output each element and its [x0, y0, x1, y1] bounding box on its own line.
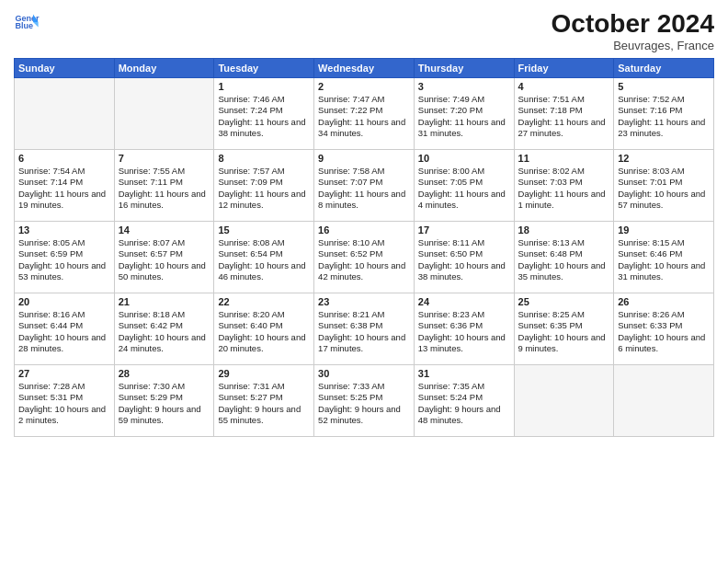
calendar-cell: 18Sunrise: 8:13 AMSunset: 6:48 PMDayligh… — [514, 222, 614, 293]
day-number: 24 — [418, 296, 510, 307]
sunrise: Sunrise: 7:31 AM — [218, 381, 310, 392]
calendar-cell — [114, 78, 214, 150]
daylight: Daylight: 11 hours and 38 minutes. — [218, 117, 310, 140]
daylight: Daylight: 11 hours and 27 minutes. — [518, 117, 610, 140]
daylight: Daylight: 9 hours and 48 minutes. — [418, 404, 510, 427]
daylight: Daylight: 10 hours and 31 minutes. — [618, 260, 710, 283]
sunset: Sunset: 6:33 PM — [618, 320, 710, 331]
calendar-cell: 6Sunrise: 7:54 AMSunset: 7:14 PMDaylight… — [15, 150, 115, 222]
sunrise: Sunrise: 7:49 AM — [418, 94, 510, 105]
sunset: Sunset: 6:36 PM — [418, 320, 510, 331]
daylight: Daylight: 10 hours and 46 minutes. — [218, 260, 310, 283]
sunset: Sunset: 6:35 PM — [518, 320, 610, 331]
day-number: 25 — [518, 296, 610, 307]
sunset: Sunset: 7:20 PM — [418, 105, 510, 116]
sunrise: Sunrise: 8:15 AM — [618, 237, 710, 248]
sunrise: Sunrise: 8:02 AM — [518, 166, 610, 177]
sunrise: Sunrise: 8:03 AM — [618, 166, 710, 177]
sunrise: Sunrise: 7:28 AM — [18, 381, 110, 392]
daylight: Daylight: 9 hours and 59 minutes. — [119, 404, 210, 427]
day-number: 12 — [618, 153, 710, 164]
day-header-friday: Friday — [514, 59, 614, 78]
sunset: Sunset: 6:42 PM — [119, 320, 210, 331]
sunrise: Sunrise: 7:54 AM — [18, 166, 110, 177]
sunrise: Sunrise: 7:35 AM — [418, 381, 510, 392]
day-number: 4 — [518, 81, 610, 92]
calendar-cell: 14Sunrise: 8:07 AMSunset: 6:57 PMDayligh… — [114, 222, 214, 293]
daylight: Daylight: 10 hours and 13 minutes. — [418, 332, 510, 355]
day-number: 6 — [18, 153, 110, 164]
sunrise: Sunrise: 8:13 AM — [518, 237, 610, 248]
calendar-cell: 10Sunrise: 8:00 AMSunset: 7:05 PMDayligh… — [414, 150, 514, 222]
daylight: Daylight: 11 hours and 8 minutes. — [318, 189, 410, 212]
daylight: Daylight: 10 hours and 20 minutes. — [218, 332, 310, 355]
day-number: 26 — [618, 296, 710, 307]
sunset: Sunset: 7:01 PM — [618, 177, 710, 188]
sunrise: Sunrise: 8:26 AM — [618, 309, 710, 320]
sunrise: Sunrise: 8:21 AM — [318, 309, 410, 320]
day-number: 17 — [418, 224, 510, 236]
sunset: Sunset: 6:52 PM — [318, 248, 410, 259]
calendar-cell: 15Sunrise: 8:08 AMSunset: 6:54 PMDayligh… — [214, 222, 314, 293]
calendar-cell: 4Sunrise: 7:51 AMSunset: 7:18 PMDaylight… — [514, 78, 614, 150]
day-number: 20 — [18, 296, 110, 307]
calendar-cell: 17Sunrise: 8:11 AMSunset: 6:50 PMDayligh… — [414, 222, 514, 293]
daylight: Daylight: 11 hours and 16 minutes. — [119, 189, 210, 212]
day-number: 21 — [119, 296, 210, 307]
sunrise: Sunrise: 8:05 AM — [18, 237, 110, 248]
calendar-cell: 22Sunrise: 8:20 AMSunset: 6:40 PMDayligh… — [214, 293, 314, 365]
daylight: Daylight: 10 hours and 42 minutes. — [318, 260, 410, 283]
calendar-cell: 7Sunrise: 7:55 AMSunset: 7:11 PMDaylight… — [114, 150, 214, 222]
logo: General Blue — [14, 9, 40, 35]
daylight: Daylight: 11 hours and 4 minutes. — [418, 189, 510, 212]
sunset: Sunset: 5:29 PM — [119, 392, 210, 403]
sunrise: Sunrise: 8:10 AM — [318, 237, 410, 248]
sunrise: Sunrise: 8:18 AM — [119, 309, 210, 320]
calendar-cell: 1Sunrise: 7:46 AMSunset: 7:24 PMDaylight… — [214, 78, 314, 150]
sunrise: Sunrise: 8:07 AM — [119, 237, 210, 248]
sunset: Sunset: 6:54 PM — [218, 248, 310, 259]
day-header-monday: Monday — [114, 59, 214, 78]
sunset: Sunset: 6:50 PM — [418, 248, 510, 259]
daylight: Daylight: 10 hours and 38 minutes. — [418, 260, 510, 283]
sunrise: Sunrise: 8:11 AM — [418, 237, 510, 248]
calendar-cell: 12Sunrise: 8:03 AMSunset: 7:01 PMDayligh… — [614, 150, 714, 222]
daylight: Daylight: 11 hours and 1 minute. — [518, 189, 610, 212]
calendar-cell: 19Sunrise: 8:15 AMSunset: 6:46 PMDayligh… — [614, 222, 714, 293]
sunset: Sunset: 6:44 PM — [18, 320, 110, 331]
sunset: Sunset: 6:48 PM — [518, 248, 610, 259]
calendar-cell: 28Sunrise: 7:30 AMSunset: 5:29 PMDayligh… — [114, 365, 214, 437]
sunrise: Sunrise: 7:46 AM — [218, 94, 310, 105]
day-number: 13 — [18, 224, 110, 236]
sunrise: Sunrise: 7:57 AM — [218, 166, 310, 177]
day-header-tuesday: Tuesday — [214, 59, 314, 78]
daylight: Daylight: 11 hours and 19 minutes. — [18, 189, 110, 212]
calendar-cell: 29Sunrise: 7:31 AMSunset: 5:27 PMDayligh… — [214, 365, 314, 437]
day-number: 23 — [318, 296, 410, 307]
day-number: 14 — [119, 224, 210, 236]
daylight: Daylight: 11 hours and 12 minutes. — [218, 189, 310, 212]
sunset: Sunset: 7:24 PM — [218, 105, 310, 116]
sunset: Sunset: 6:59 PM — [18, 248, 110, 259]
day-header-sunday: Sunday — [15, 59, 115, 78]
day-number: 7 — [119, 153, 210, 164]
location: Beuvrages, France — [552, 39, 714, 52]
sunset: Sunset: 5:25 PM — [318, 392, 410, 403]
day-number: 22 — [218, 296, 310, 307]
sunset: Sunset: 6:46 PM — [618, 248, 710, 259]
day-number: 8 — [218, 153, 310, 164]
month-title: October 2024 — [552, 9, 714, 39]
day-number: 28 — [119, 368, 210, 379]
sunset: Sunset: 7:07 PM — [318, 177, 410, 188]
daylight: Daylight: 9 hours and 52 minutes. — [318, 404, 410, 427]
day-number: 1 — [218, 81, 310, 92]
calendar-cell: 8Sunrise: 7:57 AMSunset: 7:09 PMDaylight… — [214, 150, 314, 222]
day-number: 10 — [418, 153, 510, 164]
calendar-cell: 2Sunrise: 7:47 AMSunset: 7:22 PMDaylight… — [314, 78, 415, 150]
calendar-cell: 11Sunrise: 8:02 AMSunset: 7:03 PMDayligh… — [514, 150, 614, 222]
sunset: Sunset: 7:22 PM — [318, 105, 410, 116]
sunrise: Sunrise: 8:00 AM — [418, 166, 510, 177]
sunset: Sunset: 7:05 PM — [418, 177, 510, 188]
sunrise: Sunrise: 7:47 AM — [318, 94, 410, 105]
title-area: October 2024 Beuvrages, France — [552, 9, 714, 52]
